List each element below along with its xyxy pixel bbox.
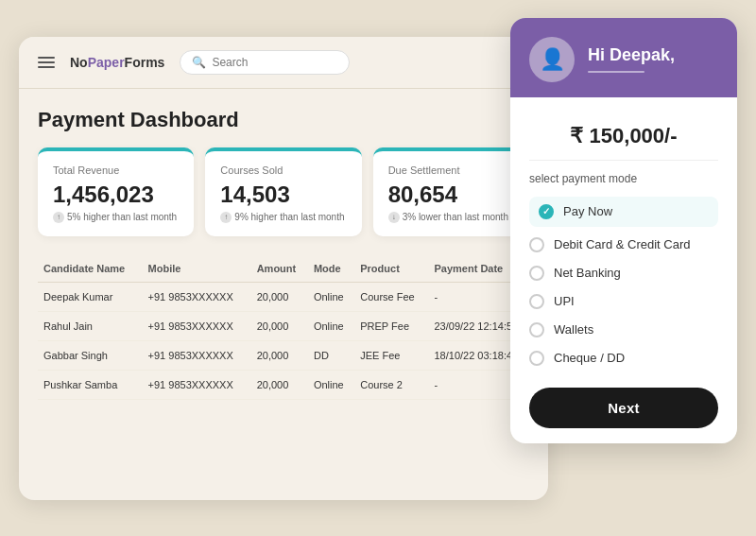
search-input[interactable] — [212, 56, 337, 69]
radio-pay-now — [539, 204, 554, 219]
cell-mode: Online — [308, 282, 354, 311]
stat-label-courses: Courses Sold — [220, 164, 346, 176]
stat-value-courses: 14,503 — [220, 182, 346, 208]
radio-wallets — [529, 322, 544, 337]
dashboard-card: NoPaperForms 🔍 Payment Dashboard Total R… — [19, 37, 548, 500]
payment-option-pay-now[interactable]: Pay Now — [529, 197, 718, 227]
stat-trend-settlement: ↓ 3% lower than last month — [388, 212, 514, 223]
modal-header: 👤 Hi Deepak, — [510, 18, 737, 97]
label-cheque-dd: Cheque / DD — [554, 351, 625, 365]
cell-product: PREP Fee — [354, 311, 428, 340]
col-header-mode: Mode — [308, 255, 354, 283]
col-header-amount: Amount — [251, 255, 308, 283]
greeting-block: Hi Deepak, — [588, 45, 675, 73]
cell-mobile: +91 9853XXXXXX — [143, 282, 251, 311]
cell-mobile: +91 9853XXXXXX — [143, 311, 251, 340]
cell-name: Rahul Jain — [38, 311, 143, 340]
payment-option-wallets[interactable]: Wallets — [529, 316, 718, 344]
trend-icon-settlement: ↓ — [388, 212, 400, 223]
cell-product: Course Fee — [354, 282, 428, 311]
page-title: Payment Dashboard — [38, 108, 529, 132]
payment-modal: 👤 Hi Deepak, ₹ 150,000/- select payment … — [510, 18, 737, 443]
radio-cheque-dd — [529, 351, 544, 366]
cell-mobile: +91 9853XXXXXX — [143, 340, 251, 370]
payments-table: Candidate Name Mobile Amount Mode Produc… — [38, 255, 529, 400]
payment-option-cheque-dd[interactable]: Cheque / DD — [529, 344, 718, 372]
cell-name: Deepak Kumar — [38, 282, 143, 311]
radio-net-banking — [529, 266, 544, 281]
stat-label-settlement: Due Settlement — [388, 164, 514, 176]
stat-label-revenue: Total Revenue — [53, 164, 179, 176]
cell-amount: 20,000 — [251, 282, 308, 311]
cell-product: JEE Fee — [354, 340, 428, 370]
payment-mode-label: select payment mode — [529, 172, 718, 185]
dashboard-header: NoPaperForms 🔍 — [19, 37, 548, 89]
radio-upi — [529, 294, 544, 309]
radio-debit-credit — [529, 237, 544, 252]
next-button[interactable]: Next — [529, 388, 718, 428]
app-logo: NoPaperForms — [70, 55, 164, 70]
avatar: 👤 — [529, 37, 575, 82]
greeting-text: Hi Deepak, — [588, 45, 675, 65]
cell-amount: 20,000 — [251, 340, 308, 370]
cell-mode: Online — [308, 311, 354, 340]
stat-card-courses: Courses Sold 14,503 ↑ 9% higher than las… — [205, 147, 361, 236]
label-debit-credit: Debit Card & Credit Card — [554, 237, 691, 251]
payment-option-net-banking[interactable]: Net Banking — [529, 259, 718, 287]
cell-amount: 20,000 — [251, 370, 308, 399]
cell-name: Gabbar Singh — [38, 340, 143, 370]
greeting-underline — [588, 71, 644, 73]
stat-card-revenue: Total Revenue 1,456,023 ↑ 5% higher than… — [38, 147, 194, 236]
cell-amount: 20,000 — [251, 311, 308, 340]
cell-mode: Online — [308, 370, 354, 399]
stat-trend-courses: ↑ 9% higher than last month — [220, 212, 346, 223]
search-icon: 🔍 — [192, 56, 206, 69]
cell-mode: DD — [308, 340, 354, 370]
label-upi: UPI — [554, 294, 575, 308]
payment-option-upi[interactable]: UPI — [529, 287, 718, 316]
search-bar[interactable]: 🔍 — [180, 50, 350, 75]
table-row: Rahul Jain +91 9853XXXXXX 20,000 Online … — [38, 311, 529, 340]
table-row: Gabbar Singh +91 9853XXXXXX 20,000 DD JE… — [38, 340, 529, 370]
label-pay-now: Pay Now — [563, 204, 612, 218]
cell-mobile: +91 9853XXXXXX — [143, 370, 251, 399]
trend-icon-courses: ↑ — [220, 212, 232, 223]
hamburger-icon[interactable] — [38, 57, 55, 68]
col-header-name: Candidate Name — [38, 255, 143, 283]
stat-value-revenue: 1,456,023 — [53, 182, 179, 208]
cell-product: Course 2 — [354, 370, 428, 399]
amount-display: ₹ 150,000/- — [529, 112, 718, 161]
stat-value-settlement: 80,654 — [388, 182, 514, 208]
payment-option-debit-credit[interactable]: Debit Card & Credit Card — [529, 231, 718, 259]
col-header-product: Product — [354, 255, 428, 283]
label-wallets: Wallets — [554, 322, 593, 337]
table-row: Deepak Kumar +91 9853XXXXXX 20,000 Onlin… — [38, 282, 529, 311]
trend-icon-revenue: ↑ — [53, 212, 64, 223]
table-row: Pushkar Samba +91 9853XXXXXX 20,000 Onli… — [38, 370, 529, 399]
stats-row: Total Revenue 1,456,023 ↑ 5% higher than… — [38, 147, 529, 236]
col-header-mobile: Mobile — [143, 255, 251, 283]
modal-body: ₹ 150,000/- select payment mode Pay Now … — [510, 97, 737, 443]
cell-name: Pushkar Samba — [38, 370, 143, 399]
stat-trend-revenue: ↑ 5% higher than last month — [53, 212, 179, 223]
stat-card-settlement: Due Settlement 80,654 ↓ 3% lower than la… — [373, 147, 529, 236]
label-net-banking: Net Banking — [554, 266, 621, 280]
dashboard-body: Payment Dashboard Total Revenue 1,456,02… — [19, 89, 548, 419]
